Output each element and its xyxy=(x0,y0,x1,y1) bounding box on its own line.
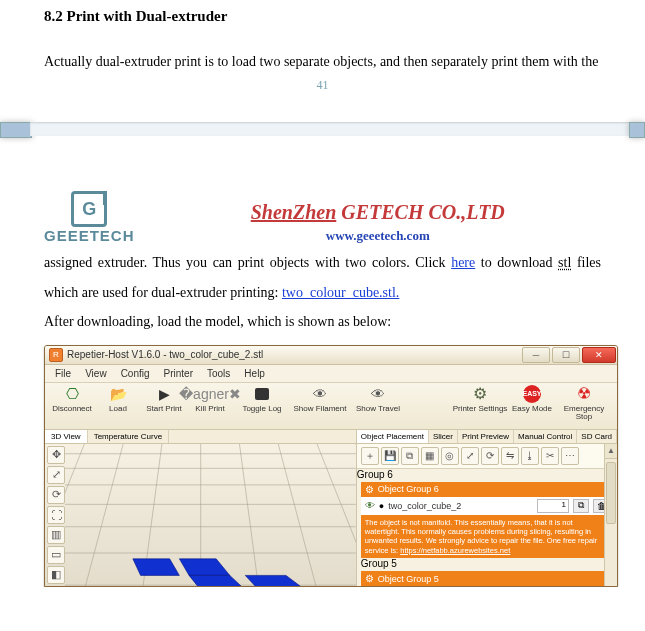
stl-word: stl xyxy=(558,255,571,270)
titlebar[interactable]: R Repetier-Host V1.6.0 - two_color_cube_… xyxy=(45,346,617,365)
text-run: to download xyxy=(475,255,558,270)
object-row[interactable]: 👁 ● two_color_cube_2 1 ⧉ 🗑 xyxy=(361,497,613,515)
scroll-up-icon[interactable]: ▲ xyxy=(605,444,617,459)
easy-icon: EASY xyxy=(523,385,541,403)
fit-tool-icon[interactable]: ⛶ xyxy=(47,506,65,524)
move-tool-icon[interactable]: ✥ xyxy=(47,446,65,464)
viewport-tools: ✥ ⤢ ⟳ ⛶ ▥ ▭ ◧ ≡ xyxy=(47,446,65,587)
rotate-tool-icon[interactable]: ⟳ xyxy=(47,486,65,504)
top-view-icon[interactable]: ▥ xyxy=(47,526,65,544)
iso-view-icon[interactable]: ◧ xyxy=(47,566,65,584)
printer-settings-button[interactable]: ⚙ Printer Settings xyxy=(451,385,509,413)
autoposition-icon[interactable]: ▦ xyxy=(421,447,439,465)
close-button[interactable]: ✕ xyxy=(582,347,616,363)
group-title: Object Group 5 xyxy=(378,574,439,584)
logo-wordmark: GEEETECH xyxy=(44,227,135,244)
label: Printer Settings xyxy=(453,405,508,413)
export-icon[interactable]: 💾 xyxy=(381,447,399,465)
disconnect-button[interactable]: ⎔ Disconnect xyxy=(49,385,95,413)
kill-print-button[interactable]: �agner✖ Kill Print xyxy=(187,385,233,413)
add-object-icon[interactable]: ＋ xyxy=(361,447,379,465)
build-plate xyxy=(65,444,356,587)
tab-3d-view[interactable]: 3D View xyxy=(45,430,88,443)
paragraph-2: assigned extruder. Thus you can print ob… xyxy=(44,248,601,307)
scroll-thumb[interactable] xyxy=(606,462,616,524)
svg-line-11 xyxy=(239,444,258,587)
object-group-header[interactable]: ⚙ Object Group 5 xyxy=(361,571,613,586)
emergency-icon: ☢ xyxy=(575,385,593,403)
menu-file[interactable]: File xyxy=(49,367,77,380)
object-row[interactable]: 👁 ● two_color_cube_1 1 ⧉ 🗑 xyxy=(361,586,613,587)
tab-slicer[interactable]: Slicer xyxy=(429,430,458,443)
app-window: R Repetier-Host V1.6.0 - two_color_cube_… xyxy=(44,345,618,587)
split-icon[interactable]: ✂ xyxy=(541,447,559,465)
easy-mode-button[interactable]: EASY Easy Mode xyxy=(509,385,555,413)
menu-help[interactable]: Help xyxy=(238,367,271,380)
play-icon: ▶ xyxy=(155,385,173,403)
tab-print-preview[interactable]: Print Preview xyxy=(458,430,514,443)
page-number: 41 xyxy=(0,78,645,93)
placement-toolbar: ＋ 💾 ⧉ ▦ ◎ ⤢ ⟳ ⇋ ⭳ ✂ ⋯ xyxy=(357,444,617,469)
maximize-button[interactable]: ☐ xyxy=(552,347,580,363)
tab-temperature-curve[interactable]: Temperature Curve xyxy=(88,430,169,443)
toolbar: ⎔ Disconnect 📂 Load ▶ Start Print �agner… xyxy=(45,383,617,430)
tab-object-placement[interactable]: Object Placement xyxy=(357,430,429,443)
show-filament-button[interactable]: 👁 Show Filament xyxy=(291,385,349,413)
label: Load xyxy=(109,405,127,413)
object-group-header[interactable]: ⚙ Object Group 6 xyxy=(361,482,613,497)
zoom-tool-icon[interactable]: ⤢ xyxy=(47,466,65,484)
rotate-icon[interactable]: ⟳ xyxy=(481,447,499,465)
toggle-log-button[interactable]: Toggle Log xyxy=(233,385,291,413)
front-view-icon[interactable]: ▭ xyxy=(47,546,65,564)
company-name-part1: ShenZhen xyxy=(251,201,337,223)
stop-icon: �agner✖ xyxy=(201,385,219,403)
download-here-link[interactable]: here xyxy=(451,255,475,270)
log-icon xyxy=(255,388,269,400)
svg-marker-17 xyxy=(189,575,245,587)
mirror-icon[interactable]: ⇋ xyxy=(501,447,519,465)
emergency-stop-button[interactable]: ☢ Emergency Stop xyxy=(555,385,613,421)
scrollbar[interactable]: ▲ ▼ xyxy=(604,444,617,587)
duplicate-icon[interactable]: ⧉ xyxy=(573,499,589,513)
group-title: Object Group 6 xyxy=(378,484,439,494)
repair-url[interactable]: https://netfabb.azurewebsites.net xyxy=(400,546,510,555)
scale-icon[interactable]: ⤢ xyxy=(461,447,479,465)
more-icon[interactable]: ⋯ xyxy=(561,447,579,465)
svg-marker-16 xyxy=(179,558,229,575)
gear-icon: ⚙ xyxy=(365,484,374,495)
label: Start Print xyxy=(146,405,182,413)
tab-manual-control[interactable]: Manual Control xyxy=(514,430,577,443)
label: Emergency Stop xyxy=(555,405,613,421)
label: Kill Print xyxy=(195,405,224,413)
paragraph-1: Actually dual-extruder print is to load … xyxy=(44,47,601,76)
drop-icon[interactable]: ⭳ xyxy=(521,447,539,465)
gear-icon: ⚙ xyxy=(365,573,374,584)
label: Toggle Log xyxy=(242,405,281,413)
download-file-link[interactable]: two_colour_cube.stl. xyxy=(282,285,399,300)
travel-icon: 👁 xyxy=(369,385,387,403)
folder-icon: 📂 xyxy=(109,385,127,403)
menubar: File View Config Printer Tools Help xyxy=(45,365,617,383)
load-button[interactable]: 📂 Load xyxy=(95,385,141,413)
eye-icon[interactable]: 👁 xyxy=(365,500,375,511)
menu-view[interactable]: View xyxy=(79,367,113,380)
tab-sd-card[interactable]: SD Card xyxy=(577,430,617,443)
menu-printer[interactable]: Printer xyxy=(158,367,199,380)
show-travel-button[interactable]: 👁 Show Travel xyxy=(349,385,407,413)
parallel-view-icon[interactable]: ≡ xyxy=(47,586,65,587)
svg-line-8 xyxy=(84,444,123,587)
left-tabs: 3D View Temperature Curve xyxy=(45,430,356,444)
app-icon: R xyxy=(49,348,63,362)
object-groups: ⚙ Object Group 6 👁 ● two_color_cube_2 1 … xyxy=(357,480,617,587)
center-icon[interactable]: ◎ xyxy=(441,447,459,465)
3d-viewport[interactable]: ✥ ⤢ ⟳ ⛶ ▥ ▭ ◧ ≡ xyxy=(45,444,356,587)
minimize-button[interactable]: ─ xyxy=(522,347,550,363)
label: Show Travel xyxy=(356,405,400,413)
menu-config[interactable]: Config xyxy=(115,367,156,380)
count-field[interactable]: 1 xyxy=(537,499,569,513)
menu-tools[interactable]: Tools xyxy=(201,367,236,380)
company-website: www.geeetech.com xyxy=(155,228,601,244)
copy-icon[interactable]: ⧉ xyxy=(401,447,419,465)
window-title: Repetier-Host V1.6.0 - two_color_cube_2.… xyxy=(67,349,521,360)
label: Show Filament xyxy=(294,405,347,413)
